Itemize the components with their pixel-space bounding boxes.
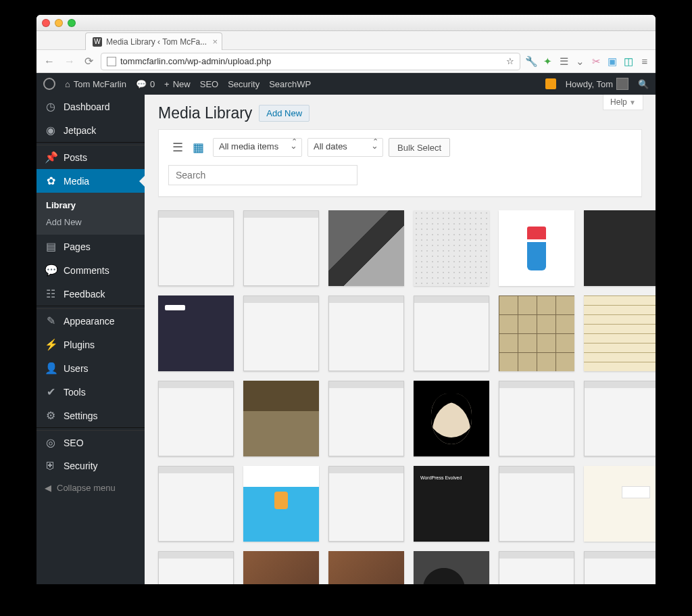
media-thumbnail[interactable]: [499, 466, 574, 542]
help-tab[interactable]: Help ▼: [603, 95, 643, 110]
media-thumbnail[interactable]: [158, 466, 234, 542]
media-thumbnail[interactable]: [584, 551, 656, 584]
close-tab-icon[interactable]: ×: [213, 37, 218, 47]
media-thumbnail[interactable]: [414, 381, 489, 456]
ext-wrench-icon[interactable]: 🔧: [526, 56, 537, 67]
media-thumbnail[interactable]: [158, 551, 234, 584]
close-window-icon[interactable]: [42, 19, 50, 27]
media-thumbnail[interactable]: [328, 466, 404, 542]
media-thumbnail[interactable]: [499, 551, 574, 584]
sidebar-item-security[interactable]: ⛨Security: [36, 454, 145, 477]
ext-window-icon[interactable]: ▣: [607, 56, 618, 67]
sidebar-item-dashboard[interactable]: ◷Dashboard: [36, 95, 145, 118]
adminbar-security[interactable]: Security: [228, 79, 260, 89]
submenu-item-library[interactable]: Library: [36, 197, 145, 214]
filter-date-select[interactable]: All dates: [307, 138, 383, 157]
site-name-link[interactable]: ⌂ Tom McFarlin: [65, 79, 126, 89]
media-thumbnail[interactable]: [328, 210, 404, 286]
media-thumbnail[interactable]: [243, 551, 319, 584]
search-icon[interactable]: 🔍: [638, 79, 649, 89]
howdy-link[interactable]: Howdy, Tom: [566, 78, 628, 90]
media-thumbnail[interactable]: [328, 381, 404, 456]
media-thumbnail[interactable]: [499, 295, 574, 371]
media-thumbnail[interactable]: [414, 466, 489, 542]
sidebar-item-settings[interactable]: ⚙Settings: [36, 404, 145, 427]
collapse-icon: ◀: [45, 483, 51, 493]
media-thumbnail[interactable]: [243, 381, 319, 456]
forward-icon[interactable]: →: [62, 55, 77, 68]
media-thumbnail[interactable]: [414, 551, 489, 584]
collapse-menu[interactable]: ◀Collapse menu: [36, 477, 145, 498]
submenu-item-add-new[interactable]: Add New: [36, 214, 145, 231]
wp-adminbar: ⌂ Tom McFarlin 💬 0 + New SEO Security Se…: [36, 73, 656, 95]
back-icon[interactable]: ←: [42, 55, 57, 68]
sidebar-item-label: Tools: [64, 387, 86, 398]
sidebar-item-label: Pages: [64, 241, 91, 252]
seo-icon: ◎: [45, 436, 57, 449]
media-thumbnail[interactable]: [414, 210, 489, 286]
sidebar-item-seo[interactable]: ◎SEO: [36, 431, 145, 454]
wp-logo-icon[interactable]: [43, 78, 55, 90]
sidebar-item-media[interactable]: ✿Media: [36, 169, 145, 193]
grid-view-icon[interactable]: ▦: [189, 138, 207, 157]
sidebar-item-plugins[interactable]: ⚡Plugins: [36, 333, 145, 356]
browser-tab[interactable]: W Media Library ‹ Tom McFa... ×: [85, 32, 222, 50]
jetpack-icon: ◉: [45, 124, 57, 137]
media-thumbnail[interactable]: [328, 551, 404, 584]
comments-link[interactable]: 💬 0: [136, 79, 155, 89]
sidebar-item-tools[interactable]: ✔Tools: [36, 380, 145, 404]
page-icon: [107, 57, 116, 66]
view-switch: ☰ ▦: [168, 138, 207, 157]
sidebar-item-appearance[interactable]: ✎Appearance: [36, 309, 145, 333]
notification-icon[interactable]: [545, 78, 556, 89]
address-bar[interactable]: tommcfarlin.com/wp-admin/upload.php ☆: [101, 53, 520, 70]
media-thumbnail[interactable]: [414, 295, 489, 371]
ext-scissors-icon[interactable]: ✂: [591, 56, 601, 67]
feedback-icon: ☷: [45, 287, 57, 300]
list-view-icon[interactable]: ☰: [168, 138, 187, 157]
ext-buffer-icon[interactable]: ☰: [558, 56, 569, 67]
sidebar-item-feedback[interactable]: ☷Feedback: [36, 282, 145, 306]
bookmark-star-icon[interactable]: ☆: [506, 56, 514, 66]
sidebar-item-posts[interactable]: 📌Posts: [36, 145, 145, 169]
bulk-select-button[interactable]: Bulk Select: [389, 138, 450, 157]
media-thumbnail[interactable]: [584, 210, 656, 286]
url-text: tommcfarlin.com/wp-admin/upload.php: [120, 56, 271, 66]
media-thumbnail[interactable]: [584, 381, 656, 456]
media-thumbnail[interactable]: [499, 381, 574, 456]
sidebar-item-comments[interactable]: 💬Comments: [36, 258, 145, 282]
sidebar-item-label: SEO: [64, 437, 84, 448]
media-toolbar: ☰ ▦ All media items All dates Bulk Selec…: [158, 129, 642, 197]
chrome-menu-icon[interactable]: ≡: [639, 56, 650, 67]
media-thumbnail[interactable]: [158, 295, 234, 371]
security-icon: ⛨: [45, 460, 57, 472]
sidebar-item-pages[interactable]: ▤Pages: [36, 235, 145, 258]
reload-icon[interactable]: ⟳: [82, 55, 95, 68]
mac-titlebar: [36, 15, 656, 31]
ext-box-icon[interactable]: ◫: [623, 56, 634, 67]
sidebar-item-users[interactable]: 👤Users: [36, 356, 145, 380]
media-thumbnail[interactable]: [158, 210, 234, 286]
adminbar-searchwp[interactable]: SearchWP: [269, 79, 311, 89]
media-thumbnail[interactable]: [243, 295, 319, 371]
comment-icon: 💬: [136, 79, 147, 89]
zoom-window-icon[interactable]: [68, 19, 76, 27]
media-thumbnail[interactable]: [499, 210, 574, 286]
ext-pocket-icon[interactable]: ⌄: [574, 56, 585, 67]
sidebar-item-label: Security: [64, 460, 98, 471]
add-new-button[interactable]: Add New: [259, 105, 310, 122]
media-thumbnail[interactable]: [243, 210, 319, 286]
browser-window: W Media Library ‹ Tom McFa... × ← → ⟳ to…: [36, 15, 656, 584]
media-thumbnail[interactable]: [328, 295, 404, 371]
media-thumbnail[interactable]: [584, 295, 656, 371]
media-thumbnail[interactable]: [584, 466, 656, 542]
search-input[interactable]: [168, 165, 357, 185]
new-link[interactable]: + New: [164, 79, 191, 89]
filter-type-select[interactable]: All media items: [213, 138, 302, 157]
media-thumbnail[interactable]: [158, 381, 234, 456]
ext-evernote-icon[interactable]: ✦: [542, 56, 553, 67]
adminbar-seo[interactable]: SEO: [200, 79, 218, 89]
minimize-window-icon[interactable]: [55, 19, 63, 27]
sidebar-item-jetpack[interactable]: ◉Jetpack: [36, 118, 145, 142]
media-thumbnail[interactable]: [243, 466, 319, 542]
